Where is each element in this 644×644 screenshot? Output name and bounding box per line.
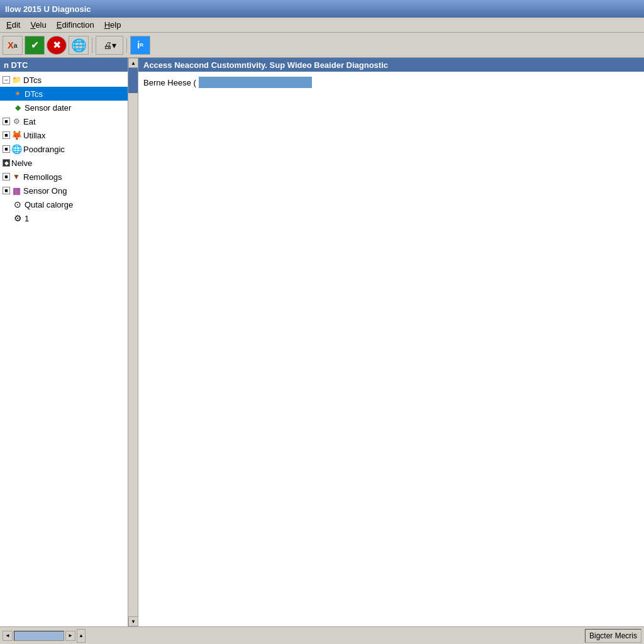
gear-icon: ⚙ [11,116,21,126]
diamond-icon: ◆ [13,103,23,113]
right-panel-content: Berne Heese ( [138,72,644,626]
toolbar-btn-accept[interactable]: ✔ [25,36,45,55]
scroll-down-btn[interactable]: ▼ [128,616,138,626]
scroll-up-btn[interactable]: ▲ [128,58,138,68]
expand-eat[interactable]: ■ [3,118,10,125]
expand-dtcs-root[interactable]: − [3,76,10,84]
tree-item-poodrangic[interactable]: ■ 🌐 Poodrangic [0,142,128,156]
status-panel-btn[interactable]: ▲ [77,629,86,643]
left-panel-header: n DTC [0,58,128,72]
tree-container[interactable]: − 📁 DTcs ✦ DTcs ◆ Sensor dater ■ ⚙ [0,72,128,626]
tree-label-nelve: Nelve [11,158,32,168]
toolbar-btn-close[interactable]: ✖ [47,36,67,55]
content-line-1: Berne Heese ( [143,77,639,88]
fox-icon: 🦊 [11,130,21,140]
tree-item-utillax[interactable]: ■ 🦊 Utillax [0,128,128,142]
tree-label-dtcs-child: DTcs [25,89,43,99]
toolbar-btn-xa[interactable]: Xa [3,36,23,55]
status-scroll-track [14,631,64,641]
menu-help[interactable]: Help [101,19,125,31]
tree-label-poodrangic: Poodrangic [23,145,65,154]
ball-icon: 🌐 [11,144,21,154]
tree-label-dtcs-root: DTcs [23,75,42,85]
expand-poodrangic[interactable]: ■ [3,145,10,153]
tree-item-dtcs-child[interactable]: ✦ DTcs [0,87,128,101]
menu-velu[interactable]: Velu [26,19,50,31]
tree-item-eat[interactable]: ■ ⚙ Eat [0,114,128,128]
tree-label-eat: Eat [23,117,36,126]
tree-item-sensor-dater[interactable]: ◆ Sensor dater [0,101,128,114]
tree-label-utillax: Utillax [23,131,45,140]
circle-i-icon: ⊙ [13,199,23,209]
tree-label-qutal-calorge: Qutal calorge [25,200,73,209]
tree-label-remollogs: Remollogs [23,172,62,182]
status-scroll-right[interactable]: ► [65,631,75,641]
status-bar: ◄ ► ▲ Bigcter Mecris [0,626,644,644]
filter-icon: ▼ [11,172,21,182]
tree-label-sensor-dater: Sensor dater [25,103,71,113]
star-icon: ✦ [13,89,23,99]
left-panel: n DTC − 📁 DTcs ✦ DTcs ◆ Sensor dater [0,58,138,626]
content-label-berne: Berne Heese ( [143,78,196,87]
left-panel-scrollbar[interactable]: ▲ ▼ [128,58,138,626]
tree-item-remollogs[interactable]: ■ ▼ Remollogs [0,170,128,184]
toolbar-btn-color[interactable]: 🌐 [69,36,89,55]
scroll-track [128,93,138,616]
tree-label-1: 1 [25,214,29,223]
expand-utillax[interactable]: ■ [3,131,10,139]
main-container: n DTC − 📁 DTcs ✦ DTcs ◆ Sensor dater [0,58,644,626]
tree-item-1[interactable]: ⚙ 1 [0,211,128,225]
toolbar-separator-1 [92,38,92,53]
content-input-highlight[interactable] [199,77,312,88]
tree-item-nelve[interactable]: ◆ Nelve [0,156,128,170]
toolbar-separator-2 [126,38,127,53]
right-panel-header: Access Neacond Customntivity. Sup Wideo … [138,58,644,72]
tree-item-qutal-calorge[interactable]: ⊙ Qutal calorge [0,197,128,211]
cog-icon: ⚙ [13,213,23,223]
toolbar-btn-info[interactable]: iR [130,36,150,55]
scroll-thumb [128,68,138,93]
tree-label-sensor-ong: Sensor Ong [23,186,67,196]
toolbar-btn-monitor[interactable]: 🖨▾ [96,36,123,55]
expand-sensor-ong[interactable]: ■ [3,187,10,194]
menu-edit[interactable]: Edit [3,19,24,31]
tree-item-dtcs-root[interactable]: − 📁 DTcs [0,73,128,87]
tree-item-sensor-ong[interactable]: ■ ▦ Sensor Ong [0,184,128,197]
expand-nelve[interactable]: ◆ [3,159,10,167]
right-panel-header-text: Access Neacond Customntivity. Sup Wideo … [143,60,388,70]
status-scroll-left[interactable]: ◄ [3,631,13,641]
folder-icon: 📁 [11,75,21,85]
title-bar: llow 2015 U Diagnosic [0,0,644,18]
menu-edifinction[interactable]: Edifinction [53,19,98,31]
title-text: llow 2015 U Diagnosic [5,4,91,14]
status-right-text: Bigcter Mecris [589,631,637,640]
toolbar: Xa ✔ ✖ 🌐 🖨▾ iR [0,33,644,58]
expand-remollogs[interactable]: ■ [3,173,10,180]
right-panel: Access Neacond Customntivity. Sup Wideo … [138,58,644,626]
grid-icon: ▦ [11,186,21,196]
status-right-section: Bigcter Mecris [585,629,641,643]
menu-bar: Edit Velu Edifinction Help [0,18,644,33]
